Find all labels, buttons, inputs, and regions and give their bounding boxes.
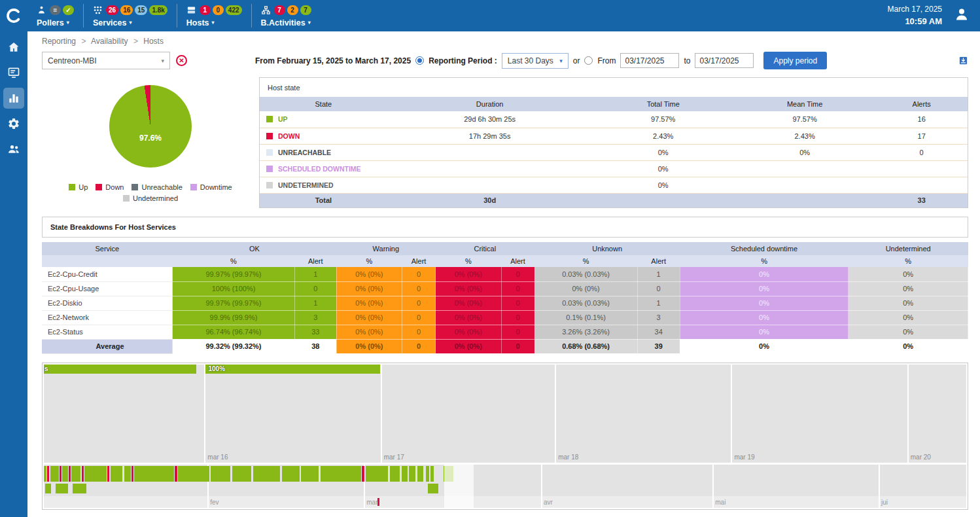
overview-gridline [541,465,542,508]
export-report-button[interactable] [958,56,968,65]
user-menu-button[interactable] [954,7,970,25]
to-label: to [684,56,690,65]
hosts-status-badges: 10422 [186,5,242,16]
warning_pct-cell: 0% (0%) [336,281,402,296]
critical_pct-cell: 0% (0%) [436,296,502,310]
host-selector-value: Centreon-MBI [48,56,97,65]
host-state-panel: Host state StateDurationTotal TimeMean T… [259,77,968,208]
timeline-overview-chart[interactable]: fevmaravrmaijui [44,465,966,508]
up-bar [430,466,434,482]
state-label: SCHEDULED DOWNTIME [278,165,361,173]
hosts-down-badge[interactable]: 1 [200,5,211,15]
critical_alert-cell: 0 [501,296,534,310]
timeline-selection-handle[interactable] [444,465,474,508]
breadcrumb-reporting[interactable]: Reporting [42,37,76,46]
scheduled_pct-cell: 0% [680,267,849,281]
hosts-up-badge[interactable]: 422 [226,5,242,15]
services-critical-badge[interactable]: 26 [106,5,118,15]
header-time: 10:59 AM [888,15,942,28]
nav-services[interactable]: 2616151.8kServices▾ [84,5,177,27]
timeline-date-label: mar 18 [558,454,578,461]
nav-bactivities[interactable]: 727B.Activities▾ [252,5,321,27]
group-header: Unknown [534,242,680,255]
host-state-row: UP29d 6h 30m 25s97.57%97.57%16 [260,111,968,128]
services-ok-badge[interactable]: 1.8k [149,5,167,15]
state-swatch [266,182,273,188]
ba-critical-badge[interactable]: 7 [274,5,285,15]
up-bar [111,466,122,482]
services-icon [93,5,103,15]
unknown_pct-cell: 0.03% (0.03%) [534,296,637,310]
sidebar-item-monitoring[interactable] [3,62,24,83]
to-date-input[interactable] [695,53,754,68]
legend-label: Down [105,183,124,191]
nav-pollers[interactable]: ≡✓Pollers▾ [27,5,83,27]
duration-cell [387,177,593,193]
state-swatch [266,133,273,139]
apply-period-button[interactable]: Apply period [763,52,827,69]
or-label: or [573,56,580,65]
up-bar [409,466,415,482]
services-pending-badge[interactable]: 15 [135,5,147,15]
sidebar-item-administration[interactable] [3,139,24,160]
from-date-input[interactable] [620,53,679,68]
sidebar-item-home[interactable] [3,37,24,58]
sub-header: Alert [402,255,436,267]
poller-ok-badge[interactable]: ✓ [63,5,74,15]
up-bar [390,466,400,482]
breadcrumb-availability[interactable]: Availability [91,37,128,46]
up-bar [44,466,46,482]
pollers-menu-label: Pollers▾ [37,18,74,27]
state-cell: UNREACHABLE [260,144,387,160]
host-selector[interactable]: Centreon-MBI ▾ [42,52,170,69]
sub-header: Alert [294,255,336,267]
reporting-period-radio[interactable] [415,56,424,65]
sub-header [42,255,173,267]
sidebar-item-reporting[interactable] [3,88,24,109]
hosts-unreachable-badge[interactable]: 0 [213,5,224,15]
state-cell: UP [260,111,387,128]
unknown_alert-cell: 1 [637,296,680,310]
top-navigation-bar: ≡✓Pollers▾2616151.8kServices▾10422Hosts▾… [0,0,980,31]
period-select[interactable]: Last 30 Days ▾ [502,53,569,69]
undetermined_pct-cell: 0% [849,325,968,339]
state-cell: SCHEDULED DOWNTIME [260,160,387,177]
critical_alert-cell: 0 [501,310,534,325]
ba-warning-badge[interactable]: 2 [287,5,298,15]
service-row: Ec2-Status96.74% (96.74%)330% (0%)00% (0… [42,325,968,339]
total-time-cell: 97.57% [593,111,734,128]
legend-item-up: Up [69,183,88,191]
hosts-label-text: Hosts [186,18,209,27]
alerts-cell [875,177,968,193]
unknown_pct-cell: 3.26% (3.26%) [534,325,637,339]
custom-period-radio[interactable] [584,56,593,65]
total-alerts-cell: 33 [875,193,968,207]
critical_pct-cell: 0% (0%) [436,267,502,281]
services-menu-label: Services▾ [93,18,167,27]
host-state-table: StateDurationTotal TimeMean TimeAlertsUP… [260,97,968,207]
nav-hosts[interactable]: 10422Hosts▾ [177,5,251,27]
warning_alert-cell: 0 [402,267,436,281]
down-bar [107,466,109,482]
poller-config-badge[interactable]: ≡ [50,5,61,15]
ba-ok-badge[interactable]: 7 [300,5,311,15]
unknown_pct-cell: 0.1% (0.1%) [534,310,637,325]
warning_alert-cell: 0 [402,296,436,310]
services-warning-badge[interactable]: 16 [120,5,133,15]
up-bar [178,466,209,482]
breadcrumb: Reporting > Availability > Hosts [42,37,968,46]
warning_alert-cell: 0 [402,325,436,339]
mean-time-cell: 0% [734,144,875,160]
header-right: March 17, 2025 10:59 AM [888,0,980,31]
ok_pct-cell: 99.97% (99.97%) [173,296,295,310]
sidebar-item-configuration[interactable] [3,113,24,134]
total-time-cell: 0% [593,160,734,177]
ok_pct-cell: 99.97% (99.97%) [173,267,295,281]
centreon-logo[interactable] [0,0,27,31]
services-status-badges: 2616151.8k [93,5,167,16]
warning_pct-cell: 0% (0%) [336,310,402,325]
state-cell: UNDETERMINED [260,177,387,193]
clear-host-button[interactable]: ✕ [176,55,187,66]
availability-pie-chart: 97.6% [109,85,192,168]
state-label: UNREACHABLE [278,149,331,156]
